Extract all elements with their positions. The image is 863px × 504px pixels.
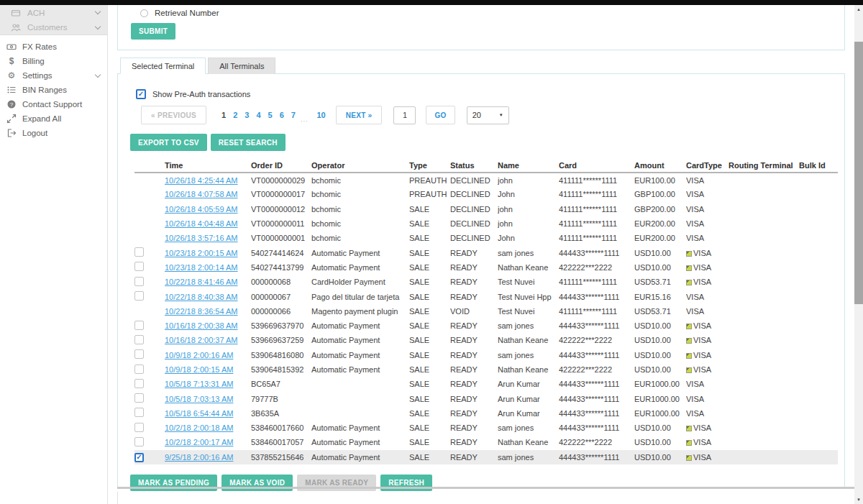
transaction-time-link[interactable]: 10/5/18 7:03:13 AM bbox=[165, 395, 233, 403]
card-type-cell: VISA bbox=[686, 260, 729, 275]
tab-all-terminals[interactable]: All Terminals bbox=[208, 58, 275, 74]
svg-text:?: ? bbox=[10, 101, 14, 108]
bulk-id-cell bbox=[799, 304, 838, 319]
row-checkbox[interactable] bbox=[134, 379, 144, 388]
sidebar-item-logout[interactable]: Logout bbox=[0, 126, 107, 140]
transaction-time-link[interactable]: 10/5/18 7:13:31 AM bbox=[165, 380, 233, 388]
amount-cell: EUR1000.00 bbox=[634, 406, 686, 421]
status-cell: READY bbox=[450, 289, 498, 303]
table-row: 10/2/18 2:00:17 AM538460017057Automatic … bbox=[134, 435, 838, 449]
sidebar-item-settings[interactable]: ⚙ Settings bbox=[0, 68, 107, 83]
row-checkbox[interactable] bbox=[134, 437, 144, 446]
row-checkbox[interactable] bbox=[134, 321, 144, 330]
status-cell: READY bbox=[450, 245, 498, 260]
status-cell: READY bbox=[450, 435, 498, 449]
transaction-time-link[interactable]: 10/5/18 6:54:44 AM bbox=[165, 409, 233, 418]
type-cell: SALE bbox=[409, 333, 450, 347]
page-link-6[interactable]: 6 bbox=[280, 111, 284, 119]
sidebar-item-label: FX Rates bbox=[22, 42, 100, 51]
transaction-time-link[interactable]: 10/9/18 2:00:15 AM bbox=[165, 365, 233, 374]
type-cell: SALE bbox=[409, 245, 450, 260]
sidebar-item-fx-rates[interactable]: FX Rates bbox=[0, 40, 107, 54]
scrollbar-thumb[interactable] bbox=[854, 42, 863, 304]
tab-selected-terminal[interactable]: Selected Terminal bbox=[120, 58, 206, 74]
routing-terminal-cell bbox=[729, 362, 799, 377]
row-checkbox[interactable] bbox=[134, 262, 144, 271]
page-link-2[interactable]: 2 bbox=[233, 111, 237, 119]
transaction-time-link[interactable]: 10/26/18 4:07:58 AM bbox=[165, 190, 238, 198]
amount-cell: USD10.00 bbox=[634, 245, 686, 260]
export-to-csv-button[interactable]: EXPORT TO CSV bbox=[130, 134, 207, 151]
scroll-down-arrow-icon[interactable]: ▼ bbox=[854, 495, 863, 504]
go-button[interactable]: GO bbox=[426, 106, 455, 124]
card-type-cell: VISA bbox=[686, 319, 729, 333]
retrieval-number-radio[interactable] bbox=[140, 9, 148, 17]
transaction-time-link[interactable]: 10/22/18 8:40:38 AM bbox=[165, 293, 238, 301]
row-checkbox[interactable] bbox=[134, 365, 144, 374]
transaction-time-link[interactable]: 10/23/18 2:00:15 AM bbox=[165, 249, 238, 257]
transaction-time-link[interactable]: 10/16/18 2:00:37 AM bbox=[165, 336, 238, 344]
transaction-time-link[interactable]: 9/25/18 2:00:16 AM bbox=[165, 453, 233, 462]
sidebar-item-ach[interactable]: ACH bbox=[0, 5, 107, 20]
card-cell: 444433******1111 bbox=[559, 245, 634, 260]
page-link-4[interactable]: 4 bbox=[256, 111, 260, 119]
page-link-10[interactable]: 10 bbox=[316, 111, 325, 119]
transaction-time-link[interactable]: 10/26/18 4:04:48 AM bbox=[165, 219, 238, 228]
row-checkbox[interactable] bbox=[134, 408, 144, 417]
sidebar-item-expand-all[interactable]: Expand All bbox=[0, 111, 107, 126]
row-checkbox[interactable] bbox=[134, 291, 144, 301]
row-checkbox[interactable] bbox=[134, 349, 144, 359]
time-cell: 10/5/18 7:13:31 AM bbox=[165, 377, 251, 391]
scroll-up-arrow-icon[interactable]: ▲ bbox=[854, 5, 863, 14]
type-cell: SALE bbox=[409, 202, 450, 216]
transaction-time-link[interactable]: 10/2/18 2:00:17 AM bbox=[165, 438, 233, 446]
transaction-time-link[interactable]: 10/23/18 2:00:14 AM bbox=[165, 263, 238, 272]
row-checkbox[interactable] bbox=[134, 393, 144, 403]
row-checkbox[interactable] bbox=[134, 423, 144, 432]
show-preauth-checkbox[interactable]: ✓ bbox=[136, 89, 146, 99]
transaction-time-link[interactable]: 10/16/18 2:00:38 AM bbox=[165, 321, 238, 330]
card-type-cell: VISA bbox=[686, 289, 729, 303]
sidebar-item-contact-support[interactable]: ? Contact Support bbox=[0, 97, 107, 111]
transaction-time-link[interactable]: 10/9/18 2:00:16 AM bbox=[165, 351, 233, 359]
operator-cell: Automatic Payment bbox=[311, 348, 409, 362]
page-size-select[interactable]: 20 ▼ bbox=[467, 106, 509, 124]
card-type-label: VISA bbox=[686, 234, 704, 242]
transaction-time-link[interactable]: 10/26/18 4:25:44 AM bbox=[165, 176, 238, 185]
card-type-cell: VISA bbox=[686, 216, 729, 231]
next-page-button[interactable]: NEXT » bbox=[336, 106, 383, 124]
previous-page-button[interactable]: « PREVIOUS bbox=[141, 106, 206, 124]
card-cell: 411111******1111 bbox=[559, 275, 634, 289]
page-link-3[interactable]: 3 bbox=[245, 111, 249, 119]
sidebar-item-label: BIN Ranges bbox=[22, 86, 100, 94]
transaction-time-link[interactable]: 10/22/18 8:36:54 AM bbox=[165, 307, 238, 316]
name-cell: sam jones bbox=[498, 421, 559, 435]
sidebar-item-customers[interactable]: Customers bbox=[0, 20, 107, 35]
amount-cell: EUR200.00 bbox=[634, 216, 686, 231]
row-checkbox[interactable] bbox=[134, 247, 144, 257]
name-cell: Nathan Keane bbox=[498, 435, 559, 449]
submit-button[interactable]: SUBMIT bbox=[131, 23, 175, 40]
type-cell: SALE bbox=[409, 391, 450, 406]
terminal-tabs: Selected Terminal All Terminals bbox=[117, 58, 845, 74]
page-link-7[interactable]: 7 bbox=[291, 111, 296, 119]
transaction-time-link[interactable]: 10/26/18 3:57:16 AM bbox=[165, 234, 238, 242]
sidebar-item-billing[interactable]: $ Billing bbox=[0, 54, 107, 68]
card-type-label: VISA bbox=[693, 453, 711, 462]
goto-page-input[interactable] bbox=[393, 106, 416, 124]
sidebar-item-bin-ranges[interactable]: BIN Ranges bbox=[0, 83, 107, 97]
logout-icon bbox=[6, 128, 17, 138]
row-checkbox[interactable]: ✓ bbox=[134, 453, 144, 462]
row-checkbox[interactable] bbox=[134, 277, 144, 286]
expand-icon bbox=[6, 114, 17, 124]
bulk-id-cell bbox=[799, 435, 838, 449]
reset-search-button[interactable]: RESET SEARCH bbox=[211, 134, 286, 151]
row-checkbox[interactable] bbox=[134, 335, 144, 344]
transaction-time-link[interactable]: 10/26/18 4:05:59 AM bbox=[165, 205, 238, 214]
transaction-time-link[interactable]: 10/22/18 8:41:46 AM bbox=[165, 278, 238, 286]
page-link-5[interactable]: 5 bbox=[268, 111, 273, 119]
vertical-scrollbar[interactable]: ▲ ▼ bbox=[854, 5, 863, 504]
amount-cell: USD10.00 bbox=[634, 362, 686, 377]
transaction-time-link[interactable]: 10/2/18 2:00:18 AM bbox=[165, 423, 233, 432]
routing-terminal-cell bbox=[729, 450, 799, 464]
